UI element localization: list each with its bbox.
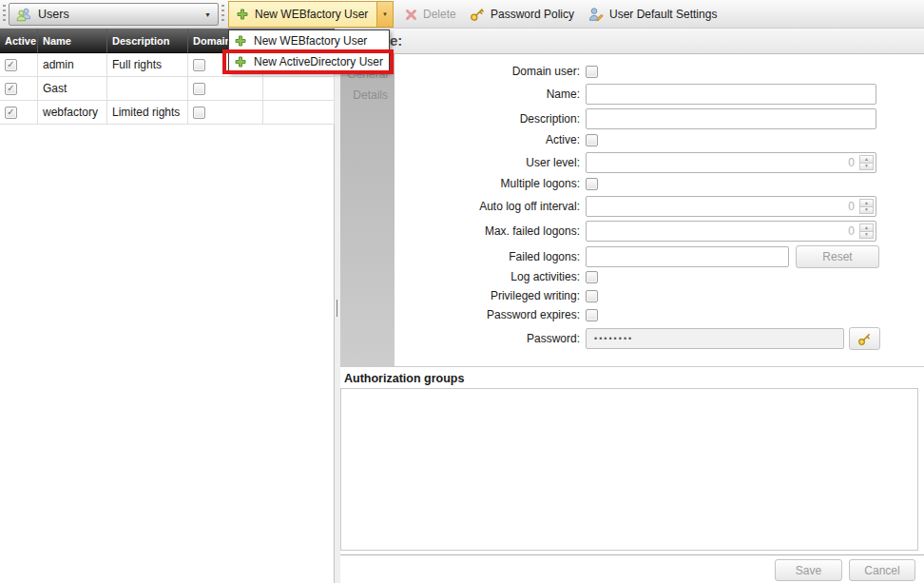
failed-logons-input[interactable] — [586, 246, 789, 267]
menu-item-new-activedirectory-user[interactable]: New ActiveDirectory User — [229, 51, 389, 72]
log-activities-label: Log activities: — [340, 270, 586, 283]
form-row-user-level: User level: 0 ▲ ▼ — [340, 152, 890, 173]
authorization-groups-list[interactable] — [340, 388, 918, 551]
table-row-domain-cell: ✓ — [188, 101, 263, 125]
spinner-down-button[interactable]: ▼ — [859, 164, 874, 171]
form-row-max-failed: Max. failed logons: 0 ▲ ▼ — [340, 221, 890, 242]
domain-checkbox[interactable]: ✓ — [193, 83, 205, 95]
edit-password-button[interactable] — [849, 327, 880, 350]
form-row-domain-user: Domain user: ✓ — [340, 65, 890, 78]
menu-item-new-webfactory-user[interactable]: New WEBfactory User — [229, 30, 389, 51]
user-level-input[interactable]: 0 ▲ ▼ — [586, 152, 876, 173]
table-row-active-cell: ✓ — [0, 53, 38, 77]
spinner-up-button[interactable]: ▲ — [859, 223, 874, 232]
max-failed-logons-label: Max. failed logons: — [340, 224, 586, 238]
panel-title-partial: e: — [390, 32, 402, 49]
log-activities-checkbox[interactable]: ✓ — [586, 271, 598, 283]
active-checkbox[interactable]: ✓ — [586, 134, 598, 146]
table-row-description-cell[interactable]: Full rights — [107, 53, 188, 77]
key-icon — [470, 7, 485, 22]
password-label: Password: — [340, 332, 586, 345]
cancel-button[interactable]: Cancel — [849, 559, 915, 581]
auto-log-off-spinner: ▲ ▼ — [859, 199, 874, 214]
spinner-down-button[interactable]: ▼ — [859, 232, 874, 240]
form-row-name: Name: — [340, 84, 890, 105]
active-checkbox[interactable]: ✓ — [5, 59, 17, 71]
table-row-name-cell[interactable]: webfactory — [38, 101, 107, 125]
toolbar-grip-handle-2[interactable] — [221, 5, 224, 24]
max-failed-spinner: ▲ ▼ — [859, 223, 874, 239]
authorization-groups-title: Authorization groups — [344, 372, 464, 385]
name-input[interactable] — [586, 84, 876, 105]
form-row-active: Active: ✓ — [340, 133, 890, 146]
table-row-name-cell[interactable]: admin — [38, 53, 107, 77]
new-webfactory-user-button[interactable]: New WEBfactory User ▼ — [228, 1, 394, 28]
name-label: Name: — [340, 87, 586, 101]
description-label: Description: — [340, 112, 586, 126]
reset-button[interactable]: Reset — [796, 245, 879, 268]
column-header-description[interactable]: Description — [107, 29, 188, 53]
form-row-failed-logons: Failed logons: Reset — [340, 245, 890, 268]
auto-log-off-label: Auto log off interval: — [340, 200, 586, 213]
menu-item-label: New ActiveDirectory User — [254, 55, 383, 68]
new-user-split-arrow[interactable]: ▼ — [376, 2, 393, 27]
chevron-down-icon: ▼ — [382, 11, 388, 17]
active-label: Active: — [340, 133, 586, 146]
max-failed-logons-input[interactable]: 0 ▲ ▼ — [586, 221, 876, 242]
table-row-description-cell[interactable]: Limited rights — [107, 101, 188, 125]
password-policy-button[interactable]: Password Policy — [464, 3, 580, 26]
multiple-logons-checkbox[interactable]: ✓ — [586, 178, 598, 190]
checkmark-icon: ✓ — [7, 84, 14, 93]
column-header-active[interactable]: Active — [0, 29, 38, 53]
auto-log-off-input[interactable]: 0 ▲ ▼ — [586, 196, 876, 217]
form-row-multiple-logons: Multiple logons: ✓ — [340, 177, 890, 190]
domain-user-checkbox[interactable]: ✓ — [586, 66, 598, 78]
checkmark-icon: ✓ — [7, 60, 14, 69]
table-row-active-cell: ✓ — [0, 77, 38, 101]
new-webfactory-user-button-main[interactable]: New WEBfactory User — [229, 2, 376, 27]
delete-button-label: Delete — [423, 8, 456, 21]
spinner-up-button[interactable]: ▲ — [859, 155, 874, 164]
main-toolbar: Users ▼ New WEBfactory User ▼ Delete — [0, 0, 924, 29]
form-row-log-activities: Log activities: ✓ — [340, 270, 890, 283]
menu-item-label: New WEBfactory User — [254, 34, 367, 48]
key-icon — [857, 332, 872, 346]
active-checkbox[interactable]: ✓ — [5, 83, 17, 95]
delete-button[interactable]: Delete — [399, 3, 462, 26]
password-policy-button-label: Password Policy — [491, 8, 574, 21]
authorization-section-divider — [340, 366, 924, 367]
table-row-domain-cell: ✓ — [188, 77, 263, 101]
active-checkbox[interactable]: ✓ — [5, 107, 17, 119]
plus-icon — [235, 56, 246, 68]
password-expires-checkbox[interactable]: ✓ — [586, 309, 598, 321]
privileged-writing-label: Privileged writing: — [340, 289, 586, 302]
user-edit-icon — [588, 7, 604, 22]
table-row-extra-cell — [263, 101, 335, 125]
description-input[interactable] — [586, 108, 876, 129]
password-expires-label: Password expires: — [340, 308, 586, 321]
user-detail-panel: e: General Details Domain user: ✓ Name: … — [340, 29, 924, 583]
table-row-extra-cell — [263, 77, 335, 101]
plus-icon — [235, 35, 246, 47]
splitter-handle[interactable] — [337, 300, 337, 317]
save-button[interactable]: Save — [775, 559, 842, 581]
spinner-up-button[interactable]: ▲ — [859, 199, 874, 207]
table-row-description-cell[interactable] — [107, 77, 188, 101]
user-level-value: 0 — [848, 156, 855, 169]
auto-log-off-value: 0 — [848, 200, 855, 213]
toolbar-grip-handle[interactable] — [3, 5, 6, 24]
domain-checkbox[interactable]: ✓ — [193, 107, 205, 119]
section-selector-dropdown[interactable]: Users ▼ — [9, 3, 219, 26]
failed-logons-label: Failed logons: — [340, 250, 586, 263]
multiple-logons-label: Multiple logons: — [340, 177, 586, 190]
password-input[interactable]: •••••••• — [586, 328, 844, 349]
user-default-settings-button-label: User Default Settings — [609, 8, 717, 21]
column-header-name[interactable]: Name — [38, 29, 107, 53]
user-default-settings-button[interactable]: User Default Settings — [583, 3, 722, 26]
new-webfactory-user-button-label: New WEBfactory User — [255, 8, 368, 21]
domain-checkbox[interactable]: ✓ — [193, 59, 205, 71]
spinner-down-button[interactable]: ▼ — [859, 207, 874, 215]
form-row-privileged-writing: Privileged writing: ✓ — [340, 289, 890, 302]
privileged-writing-checkbox[interactable]: ✓ — [586, 290, 598, 302]
table-row-name-cell[interactable]: Gast — [38, 77, 107, 101]
